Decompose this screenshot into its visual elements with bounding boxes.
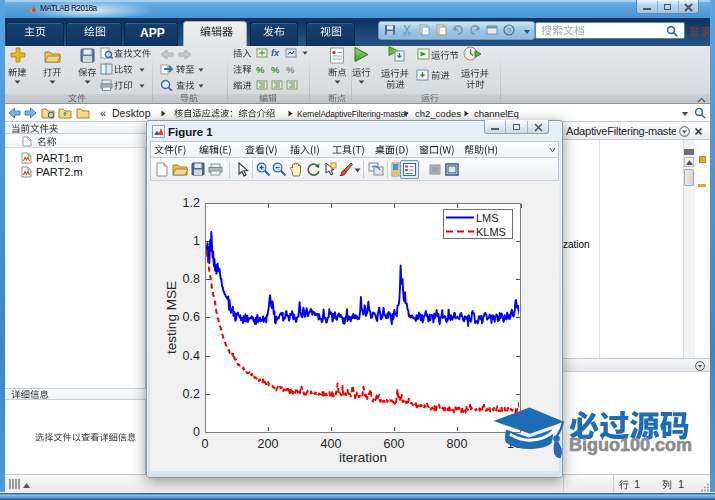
svg-text:%: % xyxy=(256,64,265,74)
svg-text:?: ? xyxy=(507,26,512,35)
svg-text:%: % xyxy=(271,64,280,74)
svg-text:%: % xyxy=(286,64,295,74)
